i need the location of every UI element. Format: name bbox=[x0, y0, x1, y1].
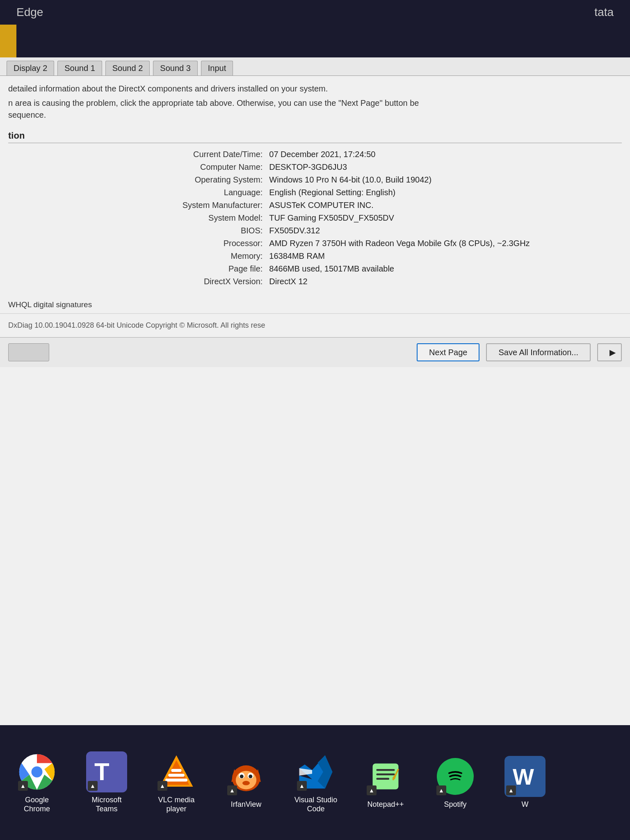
val-directx: DirectX 12 bbox=[266, 275, 622, 288]
svg-rect-7 bbox=[168, 774, 185, 777]
key-manufacturer: System Manufacturer: bbox=[8, 199, 266, 212]
key-bios: BIOS: bbox=[8, 224, 266, 237]
key-memory: Memory: bbox=[8, 250, 266, 262]
svg-point-2 bbox=[32, 767, 43, 778]
vscode-label: Visual StudioCode bbox=[294, 796, 338, 813]
val-model: TUF Gaming FX505DV_FX505DV bbox=[266, 212, 622, 224]
spotify-icon: ▲ bbox=[435, 756, 476, 797]
taskbar-item-teams[interactable]: T ▲ MicrosoftTeams bbox=[78, 751, 135, 813]
svg-point-15 bbox=[240, 775, 244, 778]
table-row: Memory: 16384MB RAM bbox=[8, 250, 622, 262]
taskbar-item-vscode[interactable]: ▲ Visual StudioCode bbox=[287, 751, 345, 813]
spotify-label: Spotify bbox=[444, 800, 466, 809]
svg-rect-22 bbox=[377, 769, 395, 771]
whql-section: WHQL digital signatures bbox=[0, 296, 630, 313]
val-manufacturer: ASUSTeK COMPUTER INC. bbox=[266, 199, 622, 212]
chrome-label: GoogleChrome bbox=[24, 796, 50, 813]
table-row: Processor: AMD Ryzen 7 3750H with Radeon… bbox=[8, 237, 622, 250]
chrome-icon: ▲ bbox=[16, 751, 57, 792]
yellow-strip bbox=[0, 25, 16, 57]
val-computername: DESKTOP-3GD6JU3 bbox=[266, 161, 622, 173]
table-row: Computer Name: DESKTOP-3GD6JU3 bbox=[8, 161, 622, 173]
save-all-button[interactable]: Save All Information... bbox=[486, 343, 591, 361]
tab-input[interactable]: Input bbox=[201, 61, 233, 75]
val-language: English (Regional Setting: English) bbox=[266, 186, 622, 199]
key-datetime: Current Date/Time: bbox=[8, 148, 266, 161]
taskbar-item-chrome[interactable]: ▲ GoogleChrome bbox=[8, 751, 66, 813]
taskbar: ▲ GoogleChrome T ▲ MicrosoftTeams ▲ bbox=[0, 725, 630, 840]
vlc-overlay-arrow: ▲ bbox=[158, 781, 167, 791]
word-icon: W ▲ bbox=[504, 756, 546, 797]
val-datetime: 07 December 2021, 17:24:50 bbox=[266, 148, 622, 161]
tata-label: tata bbox=[594, 6, 614, 19]
table-row: Current Date/Time: 07 December 2021, 17:… bbox=[8, 148, 622, 161]
val-processor: AMD Ryzen 7 3750H with Radeon Vega Mobil… bbox=[266, 237, 622, 250]
buttons-row: Next Page Save All Information... ▶ bbox=[0, 337, 630, 367]
irfanview-overlay-arrow: ▲ bbox=[227, 785, 237, 795]
sysinfo-label: tion bbox=[8, 130, 622, 143]
tab-sound2[interactable]: Sound 2 bbox=[105, 61, 150, 75]
svg-rect-8 bbox=[171, 769, 181, 772]
info-line1: detailed information about the DirectX c… bbox=[8, 84, 622, 94]
edge-label: Edge bbox=[16, 6, 43, 19]
table-row: DirectX Version: DirectX 12 bbox=[8, 275, 622, 288]
svg-point-12 bbox=[236, 771, 256, 790]
key-computername: Computer Name: bbox=[8, 161, 266, 173]
svg-point-27 bbox=[443, 765, 467, 788]
teams-label: MicrosoftTeams bbox=[91, 796, 121, 813]
copyright-bar: DxDiag 10.00.19041.0928 64-bit Unicode C… bbox=[0, 313, 630, 337]
key-os: Operating System: bbox=[8, 173, 266, 186]
teams-icon: T ▲ bbox=[86, 751, 127, 792]
val-memory: 16384MB RAM bbox=[266, 250, 622, 262]
next-page-button[interactable]: Next Page bbox=[417, 343, 479, 361]
key-pagefile: Page file: bbox=[8, 262, 266, 275]
chrome-overlay-arrow: ▲ bbox=[18, 781, 28, 791]
notepadpp-label: Notepad++ bbox=[367, 800, 404, 809]
taskbar-item-notepadpp[interactable]: ▲ Notepad++ bbox=[357, 756, 414, 809]
irfanview-icon: ▲ bbox=[226, 756, 267, 797]
irfanview-label: IrfanView bbox=[231, 800, 262, 809]
taskbar-item-vlc[interactable]: ▲ VLC mediaplayer bbox=[148, 751, 205, 813]
main-window: Display 2 Sound 1 Sound 2 Sound 3 Input … bbox=[0, 57, 630, 725]
svg-rect-23 bbox=[377, 774, 395, 776]
table-row: System Manufacturer: ASUSTeK COMPUTER IN… bbox=[8, 199, 622, 212]
svg-rect-6 bbox=[165, 779, 187, 782]
notepadpp-icon: ▲ bbox=[365, 756, 406, 797]
svg-point-17 bbox=[242, 781, 250, 785]
copyright-text: DxDiag 10.00.19041.0928 64-bit Unicode C… bbox=[8, 321, 265, 329]
info-section: detailed information about the DirectX c… bbox=[0, 76, 630, 126]
svg-point-16 bbox=[249, 775, 252, 778]
svg-rect-24 bbox=[377, 778, 390, 780]
taskbar-item-word[interactable]: W ▲ W bbox=[496, 756, 554, 809]
table-row: Operating System: Windows 10 Pro N 64-bi… bbox=[8, 173, 622, 186]
tab-sound3[interactable]: Sound 3 bbox=[153, 61, 198, 75]
tab-display2[interactable]: Display 2 bbox=[7, 61, 54, 75]
val-os: Windows 10 Pro N 64-bit (10.0, Build 190… bbox=[266, 173, 622, 186]
sysinfo-section: tion Current Date/Time: 07 December 2021… bbox=[0, 126, 630, 296]
extra-button[interactable]: ▶ bbox=[597, 343, 622, 361]
tabs-row: Display 2 Sound 1 Sound 2 Sound 3 Input bbox=[0, 57, 630, 76]
taskbar-item-irfanview[interactable]: ▲ IrfanView bbox=[217, 756, 275, 809]
key-model: System Model: bbox=[8, 212, 266, 224]
key-processor: Processor: bbox=[8, 237, 266, 250]
taskbar-item-spotify[interactable]: ▲ Spotify bbox=[427, 756, 484, 809]
vscode-icon: ▲ bbox=[295, 751, 336, 792]
val-bios: FX505DV.312 bbox=[266, 224, 622, 237]
tab-sound1[interactable]: Sound 1 bbox=[57, 61, 102, 75]
key-language: Language: bbox=[8, 186, 266, 199]
key-directx: DirectX Version: bbox=[8, 275, 266, 288]
notepadpp-overlay-arrow: ▲ bbox=[367, 785, 377, 795]
table-row: System Model: TUF Gaming FX505DV_FX505DV bbox=[8, 212, 622, 224]
teams-overlay-arrow: ▲ bbox=[88, 781, 98, 791]
top-bar: Edge tata bbox=[0, 0, 630, 25]
word-overlay-arrow: ▲ bbox=[506, 785, 516, 795]
val-pagefile: 8466MB used, 15017MB available bbox=[266, 262, 622, 275]
word-label: W bbox=[522, 800, 529, 809]
info-line3: sequence. bbox=[8, 110, 622, 120]
sysinfo-table: Current Date/Time: 07 December 2021, 17:… bbox=[8, 148, 622, 288]
vlc-icon: ▲ bbox=[156, 751, 197, 792]
vlc-label: VLC mediaplayer bbox=[158, 796, 194, 813]
vscode-overlay-arrow: ▲ bbox=[297, 781, 307, 791]
svg-text:W: W bbox=[513, 764, 534, 790]
info-line2: n area is causing the problem, click the… bbox=[8, 98, 622, 108]
